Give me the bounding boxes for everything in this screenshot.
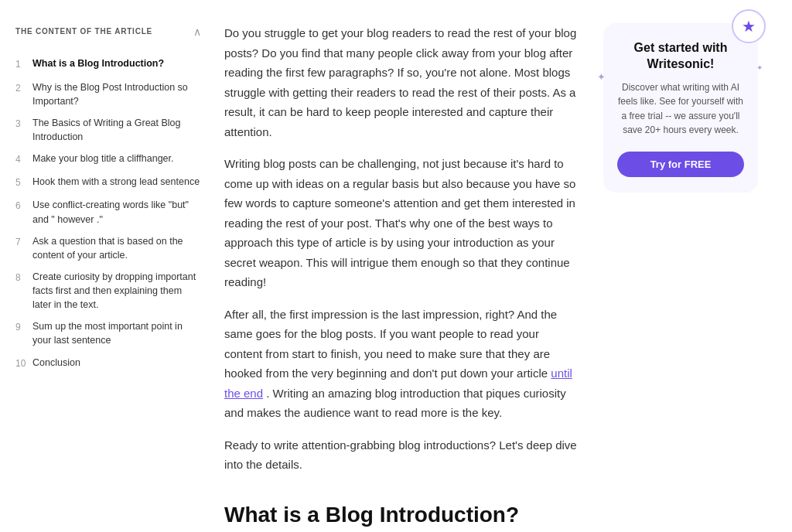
toc-text: Ask a question that is based on the cont… (32, 234, 201, 262)
toc-text: Use conflict-creating words like "but" a… (32, 198, 201, 226)
table-of-contents: THE CONTENT OF THE ARTICLE ∧ 1What is a … (15, 23, 201, 532)
ad-card: ★ ✦ ✦ Get started with Writesonic! Disco… (603, 23, 758, 193)
cta-button[interactable]: Try for FREE (617, 152, 744, 177)
toc-num: 8 (15, 270, 26, 312)
para-3-cont: . Writing an amazing blog introduction t… (224, 387, 566, 420)
toc-item[interactable]: 8Create curiosity by dropping important … (15, 266, 201, 315)
toc-item[interactable]: 1What is a Blog Introduction? (15, 53, 201, 76)
toc-text: What is a Blog Introduction? (32, 56, 164, 72)
toc-text: Make your blog title a cliffhanger. (32, 152, 174, 167)
toc-item[interactable]: 6Use conflict-creating words like "but" … (15, 194, 201, 230)
toc-num: 4 (15, 152, 26, 167)
toc-list: 1What is a Blog Introduction?2Why is the… (15, 53, 201, 374)
toc-num: 3 (15, 116, 26, 144)
toc-item[interactable]: 2Why is the Blog Post Introduction so Im… (15, 77, 201, 112)
sidebar-title: THE CONTENT OF THE ARTICLE (15, 26, 152, 38)
section-heading: What is a Blog Introduction? (224, 498, 580, 533)
toc-text: Hook them with a strong lead sentence (32, 175, 200, 190)
toc-item[interactable]: 3The Basics of Writing a Great Blog Intr… (15, 112, 201, 148)
toc-num: 2 (15, 80, 26, 108)
toc-item[interactable]: 9Sum up the most important point in your… (15, 315, 201, 351)
toc-item[interactable]: 4Make your blog title a cliffhanger. (15, 148, 201, 171)
para-3-text: After all, the first impression is the l… (224, 308, 557, 380)
sparkle-left-icon: ✦ (597, 70, 606, 86)
main-content: Do you struggle to get your blog readers… (224, 23, 580, 532)
ad-description: Discover what writing with AI feels like… (617, 80, 744, 138)
right-sidebar: ★ ✦ ✦ Get started with Writesonic! Disco… (603, 23, 758, 532)
para-2: Writing blog posts can be challenging, n… (224, 154, 580, 292)
collapse-icon[interactable]: ∧ (193, 23, 201, 40)
toc-text: Sum up the most important point in your … (32, 319, 201, 347)
toc-text: The Basics of Writing a Great Blog Intro… (32, 116, 201, 144)
toc-text: Conclusion (32, 356, 80, 371)
toc-num: 9 (15, 319, 26, 347)
toc-num: 10 (15, 356, 26, 371)
intro-section: Do you struggle to get your blog readers… (224, 23, 580, 475)
sparkle-right-icon: ✦ (756, 62, 763, 74)
toc-text: Create curiosity by dropping important f… (32, 270, 201, 312)
toc-num: 6 (15, 198, 26, 226)
sidebar-header: THE CONTENT OF THE ARTICLE ∧ (15, 23, 201, 40)
toc-num: 5 (15, 175, 26, 190)
toc-item[interactable]: 7Ask a question that is based on the con… (15, 230, 201, 266)
ad-title: Get started with Writesonic! (617, 40, 744, 73)
toc-item[interactable]: 10Conclusion (15, 352, 201, 375)
star-icon: ★ (742, 14, 756, 39)
toc-text: Why is the Blog Post Introduction so Imp… (32, 80, 201, 108)
para-1: Do you struggle to get your blog readers… (224, 23, 580, 142)
star-badge: ★ (732, 9, 766, 43)
para-3: After all, the first impression is the l… (224, 305, 580, 423)
toc-num: 1 (15, 56, 26, 72)
toc-num: 7 (15, 234, 26, 262)
toc-item[interactable]: 5Hook them with a strong lead sentence (15, 171, 201, 194)
para-4: Ready to write attention-grabbing blog i… (224, 435, 580, 475)
